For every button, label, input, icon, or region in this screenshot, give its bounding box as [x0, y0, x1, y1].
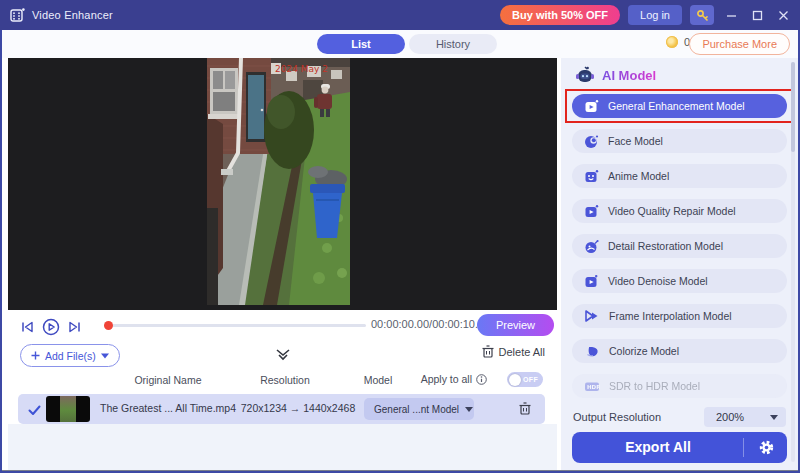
preview-button[interactable]: Preview: [477, 314, 554, 336]
add-files-button[interactable]: Add File(s): [20, 344, 120, 367]
thumbnail-image: [60, 396, 76, 422]
fast-forward-icon: [584, 309, 600, 323]
model-item-detail-restoration[interactable]: Detail Restoration Model: [572, 234, 787, 258]
row-model-dropdown[interactable]: General ...nt Model: [364, 398, 474, 420]
trash-icon: [482, 345, 494, 358]
model-item-video-denoise[interactable]: Video Denoise Model: [572, 269, 787, 293]
play-badge-icon: [584, 99, 599, 114]
video-enhancer-window: Video Enhancer Buy with 50% OFF Log in L…: [0, 0, 800, 473]
file-resolution: 720x1234 → 1440x2468: [240, 402, 356, 414]
video-overlay-timestamp: 2024 May 2: [275, 64, 328, 74]
coin-balance: 0: [666, 36, 690, 48]
tab-history[interactable]: History: [409, 34, 497, 54]
file-thumbnail: [46, 396, 90, 422]
model-item-label: General Enhancement Model: [608, 100, 745, 112]
robot-icon: [575, 66, 595, 84]
purchase-more-button[interactable]: Purchase More: [689, 33, 790, 55]
model-item-label: Frame Interpolation Model: [609, 310, 732, 322]
sidebar-scrollbar: [791, 62, 795, 462]
resolution-to: 1440x2468: [303, 402, 355, 414]
hdr-badge-icon: HDR: [584, 380, 600, 393]
maximize-button[interactable]: [748, 5, 766, 25]
column-original-name: Original Name: [103, 374, 233, 386]
export-all-button[interactable]: Export All: [572, 432, 787, 463]
add-files-label: Add File(s): [45, 350, 96, 362]
toggle-knob: [509, 374, 521, 386]
model-item-sdr-to-hdr[interactable]: HDR SDR to HDR Model: [572, 374, 787, 398]
info-icon[interactable]: [476, 374, 487, 385]
model-item-face[interactable]: Face Model: [572, 129, 787, 153]
play-badge-icon: [584, 274, 599, 289]
model-item-label: Detail Restoration Model: [608, 240, 723, 252]
maximize-icon: [752, 10, 763, 21]
coin-icon: [666, 36, 678, 48]
delete-all-label: Delete All: [499, 346, 545, 358]
video-frame: 2024 May 2: [207, 58, 350, 305]
model-item-general-enhancement[interactable]: General Enhancement Model: [572, 94, 787, 118]
file-table-header: Original Name Resolution Model Apply to …: [18, 370, 545, 392]
previous-frame-button[interactable]: [20, 320, 35, 334]
model-item-label: Video Denoise Model: [608, 275, 708, 287]
video-preview-area[interactable]: 2024 May 2: [8, 58, 557, 310]
next-frame-icon: [67, 320, 82, 334]
model-item-anime[interactable]: Anime Model: [572, 164, 787, 188]
toolbar: List History 0 Purchase More: [2, 30, 798, 58]
play-button[interactable]: [42, 318, 60, 336]
film-logo-icon: [10, 8, 25, 23]
file-name: The Greatest ... All Time.mp4: [100, 402, 236, 414]
paint-drop-icon: [584, 344, 600, 358]
login-button[interactable]: Log in: [628, 5, 682, 25]
tab-list[interactable]: List: [317, 34, 405, 54]
seek-slider-handle[interactable]: [104, 321, 113, 330]
file-row[interactable]: The Greatest ... All Time.mp4 720x1234 →…: [18, 394, 545, 424]
dropdown-caret-icon: [770, 415, 778, 420]
apply-to-all-label: Apply to all: [421, 373, 472, 385]
close-icon: [778, 10, 789, 21]
time-display: 00:00:00.00/00:00:10.03: [371, 318, 490, 330]
register-key-button[interactable]: [690, 5, 714, 25]
play-icon: [42, 318, 60, 336]
app-title: Video Enhancer: [32, 9, 113, 21]
close-button[interactable]: [774, 5, 792, 25]
resolution-arrow: →: [290, 402, 301, 414]
model-item-label: SDR to HDR Model: [609, 380, 700, 392]
sidebar-title: AI Model: [602, 68, 656, 83]
resolution-from: 720x1234: [241, 402, 287, 414]
dropdown-caret-icon: [465, 407, 473, 412]
model-item-frame-interpolation[interactable]: Frame Interpolation Model: [572, 304, 787, 328]
svg-text:HDR: HDR: [587, 384, 600, 390]
model-list: General Enhancement Model Face Model Ani…: [572, 94, 787, 409]
seek-slider[interactable]: [108, 324, 366, 327]
row-checkmark-icon[interactable]: [28, 402, 41, 420]
apply-to-all-toggle[interactable]: OFF: [507, 372, 543, 387]
minimize-button[interactable]: [722, 5, 740, 25]
export-settings-button[interactable]: [758, 439, 775, 460]
photo-restore-icon: [584, 239, 599, 254]
model-item-video-quality-repair[interactable]: Video Quality Repair Model: [572, 199, 787, 223]
key-icon: [696, 9, 709, 22]
play-badge-icon: [584, 204, 599, 219]
playback-controls: 00:00:00.00/00:00:10.03 Preview: [8, 310, 557, 342]
model-item-colorize[interactable]: Colorize Model: [572, 339, 787, 363]
output-resolution-label: Output Resolution: [573, 411, 661, 423]
face-icon: [584, 134, 599, 149]
list-background: [8, 424, 557, 470]
column-model: Model: [348, 374, 408, 386]
delete-all-button[interactable]: Delete All: [482, 345, 545, 358]
file-bar: Add File(s) Delete All: [8, 342, 557, 368]
scrollbar-thumb[interactable]: [791, 62, 795, 152]
output-resolution-select[interactable]: 200%: [704, 407, 786, 427]
collapse-panel-button[interactable]: [275, 347, 291, 365]
plus-icon: [31, 351, 40, 360]
anime-face-icon: [584, 169, 599, 184]
model-item-label: Colorize Model: [609, 345, 679, 357]
chevron-down-icon: [101, 353, 109, 359]
next-frame-button[interactable]: [67, 320, 82, 334]
row-delete-button[interactable]: [519, 401, 531, 419]
output-resolution-value: 200%: [716, 411, 744, 423]
previous-frame-icon: [20, 320, 35, 334]
buy-offer-button[interactable]: Buy with 50% OFF: [500, 5, 620, 25]
ai-model-sidebar: AI Model General Enhancement Model Face …: [561, 58, 798, 470]
view-tabs: List History: [317, 34, 497, 54]
output-resolution-row: Output Resolution 200%: [573, 407, 786, 427]
